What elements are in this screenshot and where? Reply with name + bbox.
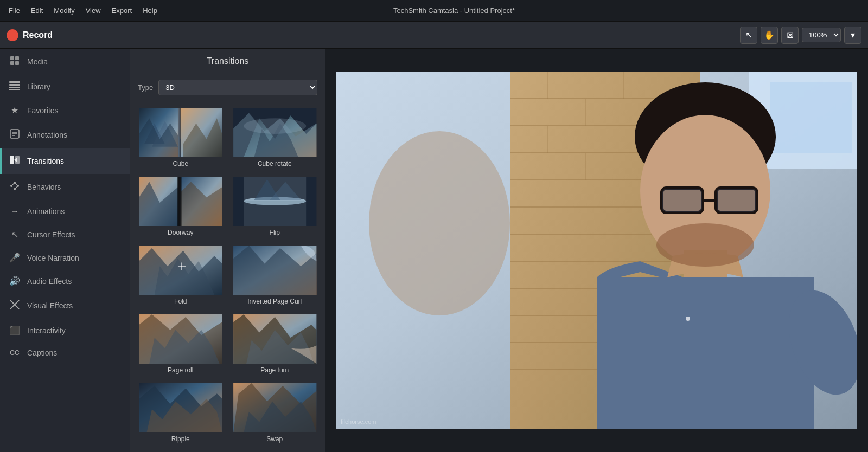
interactivity-icon: ⬛ [9,325,21,335]
visual-effects-icon [9,299,21,312]
transition-label-cube: Cube [170,157,190,170]
sidebar-label-voice-narration: Voice Narration [27,254,79,262]
swap-svg [231,383,319,432]
sidebar-label-visual-effects: Visual Effects [27,301,73,310]
cube-rotate-svg [231,108,319,157]
record-button[interactable]: Record [7,29,53,41]
transition-cube[interactable]: Cube [136,107,226,171]
sidebar-item-animations[interactable]: → Animations [0,200,130,223]
menu-file[interactable]: File [9,7,20,15]
select-tool-button[interactable]: ↖ [740,27,757,44]
zoom-dropdown-button[interactable]: ▾ [844,27,861,44]
svg-rect-0 [10,56,14,60]
inv-curl-svg [231,246,319,295]
transition-label-flip: Flip [267,226,282,239]
crop-tool-button[interactable]: ⊠ [781,27,799,44]
sidebar-label-library: Library [27,82,50,91]
transition-label-ripple: Ripple [169,432,192,445]
transition-thumb-doorway [137,177,225,226]
hand-tool-button[interactable]: ✋ [761,27,778,44]
library-icon [9,81,21,92]
menu-bar: File Edit Modify View Export Help [9,7,157,15]
menu-export[interactable]: Export [112,7,132,15]
transition-label-page-turn: Page turn [258,364,291,377]
menu-modify[interactable]: Modify [54,7,74,15]
sidebar-item-behaviors[interactable]: Behaviors [0,174,130,200]
sidebar-item-library[interactable]: Library [0,75,130,99]
favorites-icon: ★ [9,105,21,115]
transition-fold[interactable]: Fold [136,244,226,309]
svg-rect-86 [770,82,852,153]
svg-point-97 [656,223,754,267]
video-content [336,72,857,429]
sidebar-label-behaviors: Behaviors [27,183,61,191]
page-turn-svg [231,314,319,364]
transition-inverted-page-curl[interactable]: Inverted Page Curl [230,244,320,309]
transition-ripple[interactable]: Ripple [136,382,226,447]
sidebar-item-media[interactable]: Media [0,49,130,75]
transition-thumb-swap [231,383,319,432]
fold-svg [137,246,225,295]
ripple-svg [137,383,225,432]
animations-icon: → [9,206,21,216]
menu-view[interactable]: View [86,7,101,15]
main-area: Media Library ★ Favorites [0,49,868,452]
transition-thumb-page-roll [137,314,225,364]
doorway-svg [137,177,225,226]
sidebar-item-annotations[interactable]: Annotations [0,122,130,148]
transitions-icon [9,154,21,167]
sidebar-item-voice-narration[interactable]: 🎤 Voice Narration [0,246,130,269]
page-roll-svg [137,314,225,364]
transition-page-turn[interactable]: Page turn [230,313,320,378]
record-label: Record [23,30,53,40]
sidebar-label-audio-effects: Audio Effects [27,277,72,286]
hand-icon: ✋ [764,30,775,40]
sidebar-label-transitions: Transitions [27,157,64,165]
svg-point-35 [244,118,306,134]
left-sidebar: Media Library ★ Favorites [0,49,130,452]
type-filter-select[interactable]: All 3D 2D [158,80,317,95]
transition-thumb-fold [137,246,225,295]
svg-rect-7 [9,89,20,90]
transition-label-swap: Swap [264,432,285,445]
cursor-icon: ↖ [745,30,752,40]
transitions-panel: Transitions Type All 3D 2D [130,49,326,452]
svg-line-19 [11,183,15,186]
sidebar-item-favorites[interactable]: ★ Favorites [0,99,130,122]
menu-help[interactable]: Help [143,7,157,15]
svg-point-99 [686,317,690,321]
sidebar-item-visual-effects[interactable]: Visual Effects [0,293,130,319]
transition-doorway[interactable]: Doorway [136,176,226,240]
transition-label-page-roll: Page roll [165,364,195,377]
sidebar-item-transitions[interactable]: Transitions [0,148,130,174]
toolbar-right: ↖ ✋ ⊠ 25% 50% 75% 100% 150% 200% ▾ [740,27,861,44]
video-frame: filehorse.com [336,72,857,429]
transition-cube-rotate[interactable]: Cube rotate [230,107,320,171]
transition-label-inv-curl: Inverted Page Curl [245,295,304,308]
sidebar-item-audio-effects[interactable]: 🔊 Audio Effects [0,269,130,293]
transition-label-cube-rotate: Cube rotate [256,157,294,170]
svg-rect-5 [9,84,20,86]
sidebar-item-cursor-effects[interactable]: ↖ Cursor Effects [0,223,130,246]
sidebar-label-media: Media [27,57,48,66]
transition-page-roll[interactable]: Page roll [136,313,226,378]
transition-thumb-inv-curl [231,246,319,295]
sidebar-item-captions[interactable]: CC Captions [0,342,130,364]
transition-swap[interactable]: Swap [230,382,320,447]
behaviors-icon [9,180,21,193]
transition-thumb-page-turn [231,314,319,364]
transition-label-fold: Fold [172,295,189,308]
flip-svg [231,177,319,226]
window-title: TechSmith Camtasia - Untitled Project* [393,7,515,15]
record-icon [7,29,18,41]
menu-edit[interactable]: Edit [31,7,43,15]
sidebar-label-captions: Captions [27,348,57,357]
zoom-select[interactable]: 25% 50% 75% 100% 150% 200% [802,28,841,42]
svg-rect-95 [662,189,702,212]
svg-rect-6 [9,87,20,88]
audio-effects-icon: 🔊 [9,276,21,286]
sidebar-item-interactivity[interactable]: ⬛ Interactivity [0,319,130,342]
watermark: filehorse.com [341,418,376,425]
transition-flip[interactable]: Flip [230,176,320,240]
svg-rect-96 [717,189,756,212]
